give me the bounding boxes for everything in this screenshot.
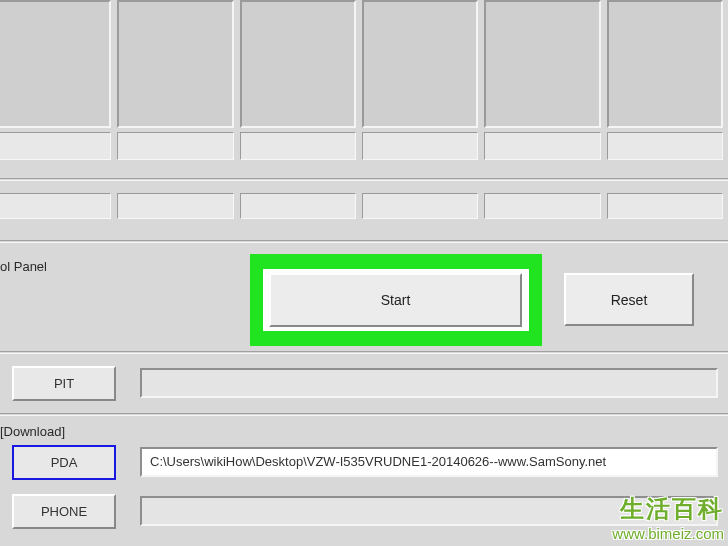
status-cell — [117, 193, 233, 219]
separator — [0, 178, 728, 181]
start-highlight-frame: Start — [250, 254, 542, 346]
status-cell — [0, 193, 111, 219]
device-slot — [607, 0, 723, 128]
device-info-cell — [607, 132, 723, 160]
device-info-cell — [0, 132, 111, 160]
status-cell — [240, 193, 356, 219]
phone-path-field[interactable] — [140, 496, 718, 526]
device-slot — [362, 0, 478, 128]
status-cell — [362, 193, 478, 219]
status-cell — [484, 193, 600, 219]
device-info-cell — [240, 132, 356, 160]
device-info-row — [0, 132, 723, 160]
separator — [0, 351, 728, 354]
download-section-label: [Download] — [0, 424, 65, 439]
pit-path-field[interactable] — [140, 368, 718, 398]
watermark-text-bottom: www.bimeiz.com — [612, 525, 724, 542]
pit-button[interactable]: PIT — [12, 366, 116, 401]
device-slot — [0, 0, 111, 128]
device-slot — [117, 0, 233, 128]
device-info-cell — [117, 132, 233, 160]
device-slot — [240, 0, 356, 128]
separator — [0, 413, 728, 416]
device-info-cell — [362, 132, 478, 160]
pda-button[interactable]: PDA — [12, 445, 116, 480]
device-slot — [484, 0, 600, 128]
separator — [0, 240, 728, 243]
status-cell — [607, 193, 723, 219]
control-panel-label: ol Panel — [0, 259, 47, 274]
phone-button[interactable]: PHONE — [12, 494, 116, 529]
status-row — [0, 193, 723, 219]
reset-button[interactable]: Reset — [564, 273, 694, 326]
device-info-cell — [484, 132, 600, 160]
start-button[interactable]: Start — [269, 273, 522, 327]
device-slots-row — [0, 0, 723, 128]
pda-path-field[interactable]: C:\Users\wikiHow\Desktop\VZW-I535VRUDNE1… — [140, 447, 718, 477]
